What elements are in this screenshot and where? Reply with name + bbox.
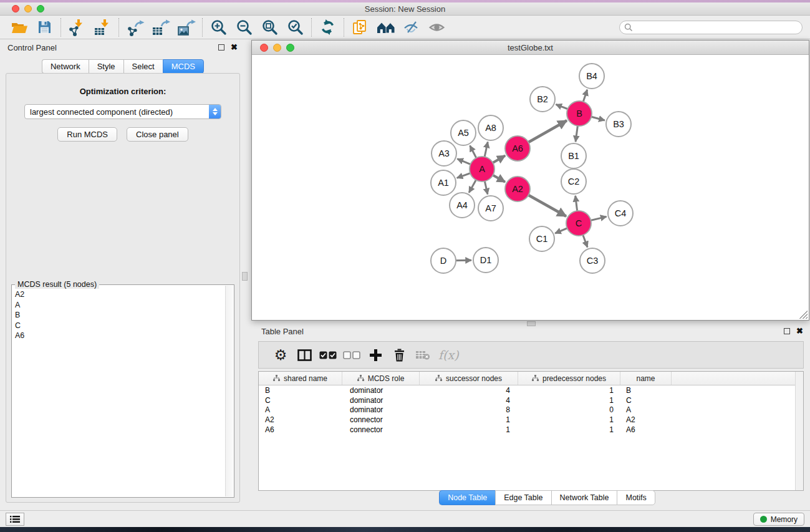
run-mcds-button[interactable]: Run MCDS (57, 127, 117, 142)
search-input[interactable] (619, 21, 803, 34)
node-D1[interactable]: D1 (473, 248, 498, 273)
criterion-dropdown[interactable]: largest connected component (directed) (24, 104, 221, 119)
node-B1[interactable]: B1 (561, 143, 586, 168)
delete-column-button[interactable] (387, 349, 411, 362)
close-table-panel-button[interactable]: ✖ (796, 328, 803, 334)
node-A4[interactable]: A4 (450, 193, 475, 218)
table-column-header[interactable]: MCDS role (342, 372, 420, 385)
cell-shared-name[interactable]: A2 (259, 415, 342, 424)
memory-button[interactable]: Memory (753, 513, 804, 526)
cell-mcds-role[interactable]: dominator (342, 386, 420, 395)
cell-predecessor-nodes[interactable]: 1 (518, 396, 620, 405)
column-visibility-button[interactable] (292, 349, 316, 361)
table-row-a6[interactable]: A6connector11A6 (259, 425, 803, 435)
node-D[interactable]: D (431, 248, 456, 273)
cell-name[interactable]: A (620, 405, 672, 414)
vertical-splitter-grip[interactable] (242, 272, 248, 281)
mcds-result-item-b[interactable]: B (15, 310, 223, 321)
cell-mcds-role[interactable]: dominator (342, 396, 420, 405)
node-C4[interactable]: C4 (608, 201, 633, 226)
node-A1[interactable]: A1 (431, 170, 456, 195)
close-panel-button[interactable]: ✖ (231, 44, 238, 51)
table-column-header[interactable]: shared name (259, 372, 342, 385)
tab-select[interactable]: Select (123, 59, 163, 74)
cell-name[interactable]: A2 (620, 415, 672, 424)
float-table-panel-button[interactable] (784, 328, 790, 334)
cell-predecessor-nodes[interactable]: 1 (518, 386, 620, 395)
node-C[interactable]: C (566, 211, 591, 236)
task-history-button[interactable] (6, 513, 24, 526)
function-builder-button[interactable]: f(x) (438, 348, 459, 362)
delete-table-button[interactable] (411, 350, 435, 360)
node-A7[interactable]: A7 (478, 196, 503, 221)
zoom-selected-button[interactable] (282, 17, 308, 38)
export-image-button[interactable] (173, 17, 199, 38)
cell-successor-nodes[interactable]: 4 (420, 396, 518, 405)
mcds-result-item-a[interactable]: A (15, 300, 223, 311)
node-A5[interactable]: A5 (451, 120, 476, 145)
node-B4[interactable]: B4 (579, 64, 604, 89)
import-network-button[interactable] (64, 17, 90, 38)
apply-layout-button[interactable] (315, 17, 340, 38)
cell-predecessor-nodes[interactable]: 1 (518, 425, 620, 434)
save-session-button[interactable] (32, 17, 57, 38)
new-network-from-selection-button[interactable] (347, 17, 373, 38)
table-settings-button[interactable]: ⚙ (269, 348, 292, 362)
tab-motifs[interactable]: Motifs (617, 490, 655, 505)
mcds-result-item-c[interactable]: C (15, 321, 223, 331)
node-A[interactable]: A (470, 157, 494, 181)
tab-node-table[interactable]: Node Table (439, 490, 495, 505)
mcds-result-item-a6[interactable]: A6 (15, 331, 223, 341)
table-scrollbar[interactable] (795, 372, 803, 490)
zoom-in-button[interactable] (206, 17, 231, 38)
node-A6[interactable]: A6 (505, 136, 530, 161)
deselect-all-rows-button[interactable] (340, 351, 364, 359)
cell-shared-name[interactable]: A6 (259, 425, 342, 434)
zoom-out-button[interactable] (231, 17, 257, 38)
node-A3[interactable]: A3 (432, 141, 456, 166)
cell-shared-name[interactable]: A (259, 405, 342, 414)
mcds-result-item-a2[interactable]: A2 (15, 289, 223, 300)
network-canvas[interactable]: AA1A2A3A4A5A6A7A8BB1B2B3B4CC1C2C3C4DD1 (252, 55, 809, 320)
float-panel-button[interactable] (218, 44, 224, 51)
hide-graphics-details-button[interactable] (398, 17, 424, 38)
create-column-button[interactable] (364, 349, 387, 361)
table-row-a[interactable]: Adominator80A (259, 405, 803, 415)
cell-successor-nodes[interactable]: 4 (420, 386, 518, 395)
select-all-rows-button[interactable] (316, 351, 340, 359)
node-B[interactable]: B (567, 101, 592, 126)
import-table-button[interactable] (90, 17, 115, 38)
show-graphics-details-button[interactable] (424, 17, 450, 38)
cell-predecessor-nodes[interactable]: 0 (518, 405, 620, 414)
tab-network-table[interactable]: Network Table (551, 490, 617, 505)
zoom-fit-button[interactable] (257, 17, 282, 38)
cell-name[interactable]: A6 (620, 425, 672, 434)
tab-mcds[interactable]: MCDS (163, 59, 204, 74)
cell-name[interactable]: C (620, 396, 672, 405)
cell-mcds-role[interactable]: dominator (342, 405, 420, 414)
table-row-b[interactable]: Bdominator41B (259, 385, 803, 395)
export-network-button[interactable] (122, 17, 148, 38)
node-A8[interactable]: A8 (478, 115, 503, 140)
cell-shared-name[interactable]: C (259, 396, 342, 405)
tab-network[interactable]: Network (42, 59, 89, 74)
node-B3[interactable]: B3 (606, 112, 631, 137)
node-B2[interactable]: B2 (530, 87, 555, 112)
table-column-header[interactable]: successor nodes (420, 372, 518, 385)
open-session-button[interactable] (6, 17, 32, 38)
table-column-header[interactable]: name (620, 372, 672, 385)
tab-edge-table[interactable]: Edge Table (495, 490, 551, 505)
export-table-button[interactable] (148, 17, 173, 38)
node-C1[interactable]: C1 (529, 226, 554, 251)
cell-successor-nodes[interactable]: 1 (420, 415, 518, 424)
window-resize-grip[interactable] (799, 311, 808, 319)
cell-name[interactable]: B (620, 386, 672, 395)
table-column-header[interactable]: predecessor nodes (518, 372, 620, 385)
mcds-result-list[interactable]: A2ABCA6 (12, 286, 225, 496)
mcds-list-scrollbar[interactable] (225, 286, 233, 496)
node-A2[interactable]: A2 (505, 177, 530, 201)
cell-shared-name[interactable]: B (259, 386, 342, 395)
cell-successor-nodes[interactable]: 8 (420, 405, 518, 414)
first-neighbors-button[interactable] (373, 17, 398, 38)
cell-predecessor-nodes[interactable]: 1 (518, 415, 620, 424)
